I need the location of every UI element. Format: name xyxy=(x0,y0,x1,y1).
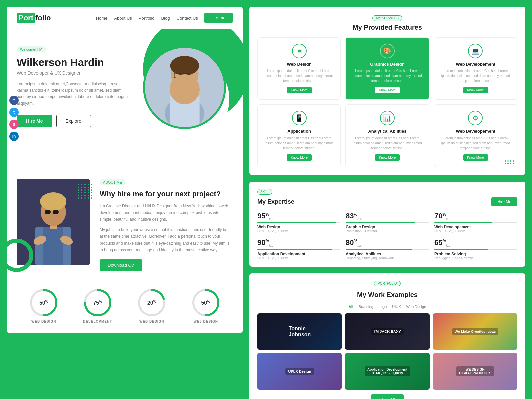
twitter-icon[interactable]: t xyxy=(9,108,19,117)
nav-contact[interactable]: Contact Us xyxy=(177,16,198,21)
nav-portfolio[interactable]: Portfolio xyxy=(139,16,155,21)
stats-section: 50% WEB DESIGN 75% DEVELOPMENT xyxy=(7,281,243,333)
skill-name-0: Web Design xyxy=(257,225,340,229)
welcome-badge: Welcome! I M xyxy=(17,46,46,52)
service-card-webdev2: ⚙ Web Developement Lorem ipsum dolor sit… xyxy=(434,104,517,167)
expertise-section: SKILL My Expertise Hire Me 95%/10 Web De… xyxy=(249,182,525,267)
portfolio-title: My Work Examples xyxy=(257,291,517,299)
skill-name-5: Problem Solving xyxy=(434,252,517,256)
portfolio-item-4[interactable]: Application DevelopmentHTML, CSS, JQuery xyxy=(345,353,430,390)
skill-name-3: Application Development xyxy=(257,252,340,256)
filter-all[interactable]: All xyxy=(349,305,353,309)
hero-section: f t d in Welcome! I M Wilkerson Hardin W… xyxy=(7,29,243,169)
portfolio-badge: PORTFOLIO xyxy=(374,281,401,286)
service-name-0: Web Design xyxy=(263,62,335,66)
view-all-wrap: View All xyxy=(257,394,517,399)
portfolio-item-3[interactable]: UI/UX Design xyxy=(257,353,342,390)
about-content: ABOUT ME Why hire me for your next proje… xyxy=(100,179,233,271)
skill-graphic-design: 83%/10 Graphic Design Photoshop, Illustr… xyxy=(346,212,429,233)
portfolio-label-1: I'M JACK BAXY xyxy=(371,328,403,335)
about-text-1: I'm Creative Director and UI/UX Designer… xyxy=(100,203,233,223)
service-desc-4: Lorem ipsum dolor sit amet Cits heal Lor… xyxy=(351,136,423,151)
stat-percent-4: 50% xyxy=(201,300,210,306)
expertise-title: My Expertise xyxy=(257,199,294,205)
portfolio-item-5[interactable]: WE DESIGNDIGITAL PRODUCTS xyxy=(433,353,517,390)
skill-percent-2: 70%/10 xyxy=(434,212,517,221)
skill-web-design: 95%/10 Web Design HTML, CSS, JQuery xyxy=(257,212,340,233)
filter-uiux[interactable]: UIUX xyxy=(392,305,401,309)
portfolio-label-2: We Make Creative Ideas xyxy=(452,328,499,335)
stat-web-design-3: 50% WEB DESIGN xyxy=(191,288,221,323)
service-desc-5: Lorem ipsum dolor sit amet Cits heal Lor… xyxy=(440,136,512,151)
service-name-4: Analytical Abilities xyxy=(351,129,423,134)
nav-hire-button[interactable]: Hire me! xyxy=(204,13,233,23)
dribbble-icon[interactable]: d xyxy=(9,120,19,129)
dot-decoration xyxy=(78,184,93,199)
know-more-btn-5[interactable]: Know More xyxy=(463,154,488,161)
explore-button[interactable]: Explore xyxy=(56,115,91,127)
know-more-btn-3[interactable]: Know More xyxy=(287,154,312,161)
filter-branding[interactable]: Branding xyxy=(359,305,373,309)
hire-me-button[interactable]: Hire Me xyxy=(17,115,52,127)
services-grid: 🖥 Web Design Lorem ipsum dolor sit amet … xyxy=(257,37,517,167)
service-card-analytics: 📊 Analytical Abilities Lorem ipsum dolor… xyxy=(345,104,429,167)
stat-percent-3: 20% xyxy=(147,300,156,306)
stat-web-design-2: 20% WEB DESIGN xyxy=(137,288,167,323)
linkedin-icon[interactable]: in xyxy=(9,132,19,141)
skill-sub-3: HTML, CSS, JQuery xyxy=(257,256,340,260)
skill-percent-3: 90%/10 xyxy=(257,238,340,247)
hero-content: Welcome! I M Wilkerson Hardin Web Develo… xyxy=(17,43,233,127)
services-section: MY SERVICES My Provided Features 🖥 Web D… xyxy=(249,7,525,175)
portfolio-label-3: UI/UX Design xyxy=(285,368,314,375)
services-title: My Provided Features xyxy=(257,24,517,31)
skill-name-2: Web Developement xyxy=(434,225,517,229)
analytics-icon: 📊 xyxy=(380,111,395,125)
skill-name-1: Graphic Design xyxy=(346,225,429,229)
expertise-header: My Expertise Hire Me xyxy=(257,197,517,206)
hero-subtitle: Web Developer & UX Designer xyxy=(17,70,233,76)
skill-percent-4: 80%/10 xyxy=(346,238,429,247)
left-panel: Portfolio Home About Us Portfolio Blog C… xyxy=(7,7,243,333)
stat-label-2: DEVELOPMENT xyxy=(83,320,112,323)
skill-name-4: Analytical Abilities xyxy=(346,252,429,256)
skill-sub-1: Photoshop, Illustrator xyxy=(346,229,429,233)
nav-home[interactable]: Home xyxy=(96,16,108,21)
services-badge: MY SERVICES xyxy=(372,15,402,21)
know-more-btn-2[interactable]: Know More xyxy=(463,87,488,93)
svg-point-14 xyxy=(40,192,66,211)
portfolio-item-0[interactable]: TonnieJohnson xyxy=(257,313,342,350)
filter-logo[interactable]: Logo xyxy=(379,305,387,309)
service-desc-3: Lorem ipsum dolor sit amet Cits heal Lor… xyxy=(263,136,335,151)
view-all-button[interactable]: View All xyxy=(371,394,403,399)
know-more-btn-1[interactable]: Know More xyxy=(375,87,400,93)
expertise-hire-button[interactable]: Hire Me xyxy=(491,197,517,206)
nav-about[interactable]: About Us xyxy=(114,16,132,21)
know-more-btn-4[interactable]: Know More xyxy=(375,154,400,161)
skill-sub-0: HTML, CSS, JQuery xyxy=(257,229,340,233)
facebook-icon[interactable]: f xyxy=(9,96,19,105)
filter-webdesign[interactable]: Web Design xyxy=(406,305,426,309)
skill-percent-1: 83%/10 xyxy=(346,212,429,221)
service-card-app: 📱 Application Lorem ipsum dolor sit amet… xyxy=(257,104,341,167)
web-design-icon: 🖥 xyxy=(292,44,307,58)
service-card-web-design: 🖥 Web Design Lorem ipsum dolor sit amet … xyxy=(257,37,341,100)
app-icon: 📱 xyxy=(292,111,307,125)
logo-highlight: Port xyxy=(17,13,35,23)
about-section: ABOUT ME Why hire me for your next proje… xyxy=(7,169,243,281)
portfolio-item-2[interactable]: We Make Creative Ideas xyxy=(433,313,517,350)
nav-blog[interactable]: Blog xyxy=(161,16,170,21)
hero-buttons: Hire Me Explore xyxy=(17,115,233,127)
hero-name: Wilkerson Hardin xyxy=(17,56,233,68)
know-more-btn-0[interactable]: Know More xyxy=(287,87,312,93)
skill-sub-5: Debugging, Code Reviews xyxy=(434,256,517,260)
portfolio-label-5: WE DESIGNDIGITAL PRODUCTS xyxy=(456,366,494,376)
stat-percent-2: 75% xyxy=(93,300,102,306)
right-panel: MY SERVICES My Provided Features 🖥 Web D… xyxy=(249,7,525,399)
portfolio-item-1[interactable]: I'M JACK BAXY xyxy=(345,313,430,350)
portfolio-filters: All Branding Logo UIUX Web Design xyxy=(257,305,517,309)
skill-sub-2: HTML, CSS, JQuery xyxy=(434,229,517,233)
download-cv-button[interactable]: Download CV xyxy=(100,259,142,271)
portfolio-header: PORTFOLIO My Work Examples xyxy=(257,280,517,299)
skill-problem-solving: 65%/10 Problem Solving Debugging, Code R… xyxy=(434,238,517,260)
web-dev-icon: 💻 xyxy=(468,44,483,58)
